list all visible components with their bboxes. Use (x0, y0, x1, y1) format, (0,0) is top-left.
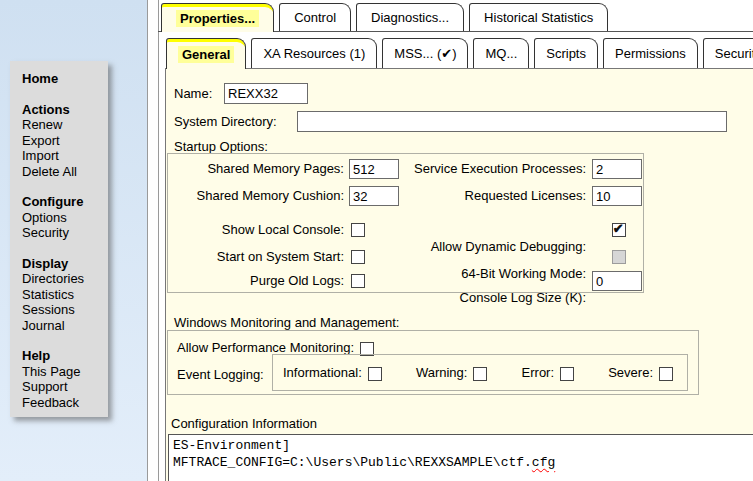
show-local-console-label: Show Local Console: (172, 220, 344, 240)
event-logging-warning: Warning: (416, 364, 488, 381)
configuration-information-textarea[interactable]: ES-Environment] MFTRACE_CONFIG=C:\Users\… (168, 434, 753, 481)
tab-mq[interactable]: MQ... (473, 38, 529, 68)
name-input[interactable] (224, 83, 308, 104)
sidebar-item-home[interactable]: Home (22, 71, 108, 87)
tab-xa-resources-label: XA Resources (1) (263, 46, 365, 61)
tab-historical-statistics[interactable]: Historical Statistics (469, 3, 608, 31)
sidebar: Home Actions Renew Export Import Delete … (10, 61, 108, 417)
tab-mss[interactable]: MSS... (✔) (382, 38, 468, 68)
start-on-system-start-checkbox[interactable] (351, 250, 365, 264)
sidebar-item-support[interactable]: Support (22, 379, 108, 395)
shared-memory-cushion-label: Shared Memory Cushion: (172, 186, 344, 206)
sidebar-item-this-page[interactable]: This Page (22, 364, 108, 380)
sidebar-gap (22, 179, 108, 194)
configuration-information-label: Configuration Information (171, 416, 317, 431)
informational-checkbox[interactable] (368, 367, 382, 381)
sidebar-group-configure: Configure (22, 194, 108, 210)
tab-properties-label: Properties... (176, 10, 259, 27)
main-tab-bar: Properties... Control Diagnostics... His… (161, 3, 608, 32)
sub-tab-bar: General XA Resources (1) MSS... (✔) MQ..… (166, 38, 753, 69)
system-directory-input[interactable] (297, 111, 727, 132)
warning-label: Warning: (416, 365, 468, 380)
allow-dynamic-debugging-checkbox[interactable] (612, 223, 626, 237)
sidebar-item-security[interactable]: Security (22, 225, 108, 241)
sidebar-group-actions: Actions (22, 102, 108, 118)
tab-diagnostics[interactable]: Diagnostics... (356, 3, 464, 31)
windows-monitoring-label: Windows Monitoring and Management: (174, 315, 399, 330)
service-execution-processes-input[interactable] (592, 159, 642, 179)
sidebar-item-statistics[interactable]: Statistics (22, 287, 108, 303)
requested-licenses-input[interactable] (592, 186, 642, 206)
tab-permissions-label: Permissions (615, 46, 686, 61)
sidebar-gap (22, 87, 108, 102)
start-on-system-start-label: Start on System Start: (172, 247, 344, 267)
show-local-console-checkbox[interactable] (351, 223, 365, 237)
event-logging-severe: Severe: (608, 364, 673, 381)
sidebar-item-renew[interactable]: Renew (22, 117, 108, 133)
sidebar-group-display: Display (22, 256, 108, 272)
event-logging-group: Informational: Warning: Error: Severe: (272, 354, 688, 391)
config-line-2-misspelled: cfg (532, 455, 555, 470)
allow-performance-monitoring-label: Allow Performance Monitoring: (177, 340, 354, 355)
service-execution-processes-label: Service Execution Processes: (404, 159, 586, 179)
startup-row-5: Purge Old Logs: Console Log Size (K): (168, 271, 643, 293)
monitoring-fieldset: Allow Performance Monitoring: Event Logg… (167, 330, 699, 395)
sidebar-item-sessions[interactable]: Sessions (22, 302, 108, 318)
tab-general[interactable]: General (166, 38, 246, 69)
sidebar-item-options[interactable]: Options (22, 210, 108, 226)
tab-security[interactable]: Security (703, 38, 753, 68)
sidebar-item-journal[interactable]: Journal (22, 318, 108, 334)
startup-options-label: Startup Options: (174, 139, 268, 154)
sidebar-item-directories[interactable]: Directories (22, 271, 108, 287)
general-properties-panel: Name: System Directory: Startup Options:… (165, 68, 753, 481)
name-label: Name: (174, 86, 212, 101)
shared-memory-cushion-input[interactable] (349, 186, 399, 206)
sidebar-item-delete-all[interactable]: Delete All (22, 164, 108, 180)
severe-label: Severe: (608, 365, 653, 380)
startup-row-1: Shared Memory Pages: Service Execution P… (168, 159, 643, 181)
tab-permissions[interactable]: Permissions (603, 38, 698, 68)
system-directory-label: System Directory: (174, 114, 277, 129)
tab-xa-resources[interactable]: XA Resources (1) (251, 38, 377, 68)
config-line-1: ES-Environment] (173, 437, 753, 454)
sidebar-item-feedback[interactable]: Feedback (22, 395, 108, 411)
tab-mss-label: MSS... (✔) (394, 46, 456, 61)
sixty-four-bit-working-mode-checkbox (612, 250, 626, 264)
sidebar-group-help: Help (22, 348, 108, 364)
console-log-size-input[interactable] (592, 271, 642, 291)
tab-diagnostics-label: Diagnostics... (371, 10, 449, 25)
startup-options-fieldset: Shared Memory Pages: Service Execution P… (167, 153, 644, 293)
warning-checkbox[interactable] (473, 367, 487, 381)
tab-mq-label: MQ... (485, 46, 517, 61)
console-log-size-label: Console Log Size (K): (404, 288, 586, 308)
tab-control[interactable]: Control (279, 3, 351, 31)
event-logging-informational: Informational: (283, 364, 382, 381)
shared-memory-pages-label: Shared Memory Pages: (172, 159, 344, 179)
config-line-2: MFTRACE_CONFIG=C:\Users\Public\REXXSAMPL… (173, 454, 753, 471)
informational-label: Informational: (283, 365, 362, 380)
severe-checkbox[interactable] (659, 367, 673, 381)
tab-properties[interactable]: Properties... (161, 3, 274, 32)
purge-old-logs-label: Purge Old Logs: (172, 271, 344, 291)
event-logging-error: Error: (522, 364, 575, 381)
startup-row-4: Start on System Start: 64-Bit Working Mo… (168, 247, 643, 269)
shared-memory-pages-input[interactable] (349, 159, 399, 179)
sidebar-item-import[interactable]: Import (22, 148, 108, 164)
event-logging-label: Event Logging: (177, 367, 264, 382)
tab-general-label: General (178, 46, 234, 63)
config-line-2-text: MFTRACE_CONFIG=C:\Users\Public\REXXSAMPL… (173, 455, 532, 470)
error-checkbox[interactable] (560, 367, 574, 381)
sidebar-item-export[interactable]: Export (22, 133, 108, 149)
tab-security-label: Security (715, 46, 753, 61)
tab-scripts[interactable]: Scripts (534, 38, 598, 68)
tab-scripts-label: Scripts (546, 46, 586, 61)
tab-historical-statistics-label: Historical Statistics (484, 10, 593, 25)
sidebar-gap (22, 333, 108, 348)
requested-licenses-label: Requested Licenses: (404, 186, 586, 206)
tab-control-label: Control (294, 10, 336, 25)
startup-row-3: Show Local Console: Allow Dynamic Debugg… (168, 220, 643, 242)
purge-old-logs-checkbox[interactable] (351, 274, 365, 288)
sidebar-gap (22, 241, 108, 256)
startup-row-2: Shared Memory Cushion: Requested License… (168, 186, 643, 208)
error-label: Error: (522, 365, 555, 380)
